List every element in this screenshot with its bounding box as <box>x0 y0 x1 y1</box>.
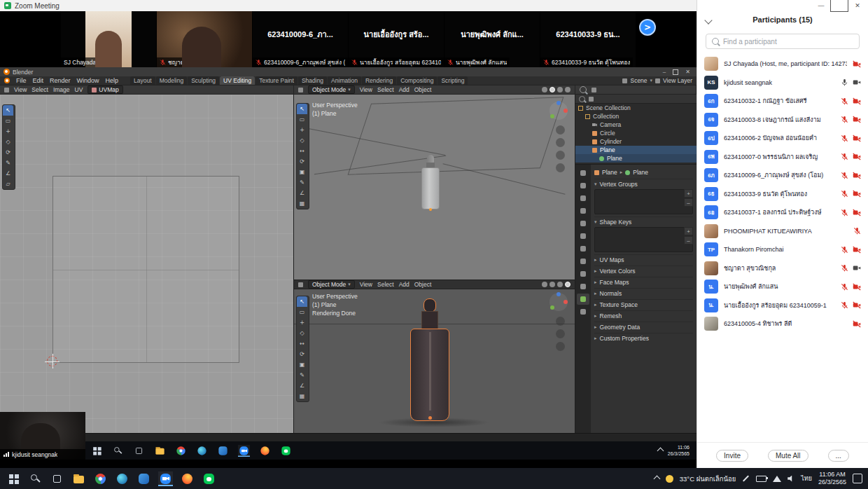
blender-close-button[interactable]: ✕ <box>685 69 690 75</box>
battery-icon[interactable] <box>756 476 766 482</box>
outliner-row[interactable]: Plane <box>575 154 696 163</box>
material-properties-tab[interactable] <box>577 306 589 317</box>
viewport-menu-item[interactable]: Select <box>377 86 394 93</box>
viewport-menu-item[interactable]: View <box>360 281 372 288</box>
participant-row[interactable]: ชญาดา สุขวณิชกุล <box>697 259 868 278</box>
blue-app-icon[interactable] <box>136 471 151 486</box>
render-properties-tab[interactable] <box>577 167 589 179</box>
add-item-button[interactable]: + <box>684 189 693 198</box>
properties-section[interactable]: ▸ Geometry Data + – <box>594 322 693 331</box>
blender-menu-item[interactable]: Render <box>50 77 71 84</box>
remove-item-button[interactable]: – <box>684 198 693 207</box>
viewport-menu-item[interactable]: Object <box>414 86 432 93</box>
uv-menu-item[interactable]: UV <box>75 86 83 93</box>
maximize-button[interactable] <box>830 0 848 11</box>
uv-menu-item[interactable]: View <box>14 86 27 93</box>
material-shading-button[interactable] <box>557 282 563 287</box>
scene-selector[interactable]: Scene <box>630 77 647 84</box>
properties-section[interactable]: ▾ Vertex Groups + – <box>594 179 693 214</box>
participant-row[interactable]: 6ป 623410006-2 ปัญจพล อ่อนน้อยคำ <box>697 129 868 148</box>
workspace-tab[interactable]: Modeling <box>156 76 188 85</box>
network-icon[interactable] <box>773 476 781 482</box>
blender-minimize-button[interactable]: – <box>663 69 666 75</box>
viewport-tool-button[interactable]: + <box>297 125 307 135</box>
close-button[interactable]: ✕ <box>848 0 867 11</box>
file-explorer-icon[interactable] <box>154 444 166 456</box>
viewport-tool-button[interactable]: ∠ <box>297 380 307 391</box>
pen-icon[interactable] <box>743 475 749 481</box>
firefox-icon[interactable] <box>180 471 195 486</box>
notification-center-icon[interactable] <box>853 474 862 483</box>
viewport-tool-button[interactable]: ▦ <box>297 198 307 209</box>
mode-selector[interactable]: Object Mode▾ <box>308 280 355 289</box>
view-layer-properties-tab[interactable] <box>577 193 589 204</box>
wireframe-shading-button[interactable] <box>542 87 547 92</box>
viewport-menu-item[interactable]: Add <box>399 281 410 288</box>
editor-type-icon[interactable] <box>4 88 9 92</box>
video-tile[interactable]: 623410033-9 ธน... 623410033-9 ธนวัต ตุ้โ… <box>540 11 636 67</box>
video-tile[interactable]: 623410009-6_ภา... 623410009-6_ภาณุพงษ์ ส… <box>253 11 349 67</box>
search-icon[interactable] <box>579 96 585 102</box>
section-caret-icon[interactable]: ▸ <box>594 313 597 319</box>
outliner-row[interactable]: Scene Collection <box>575 104 696 112</box>
solid-shading-button[interactable] <box>550 282 555 287</box>
properties-section[interactable]: ▸ Face Maps + – <box>594 277 693 287</box>
uv-editor-viewport[interactable]: ↖▭+◇⟳✎∠▱ <box>0 95 294 433</box>
blender-menu-item[interactable]: File <box>16 77 27 84</box>
viewport-tool-button[interactable]: ↔ <box>297 338 307 349</box>
rendered-shading-button[interactable] <box>565 87 570 92</box>
editor-type-icon[interactable] <box>298 88 303 92</box>
blender-menu-item[interactable]: Window <box>77 77 99 84</box>
pan-view-icon[interactable] <box>556 329 565 338</box>
viewport-3d-bottom[interactable]: Object Mode▾ ViewSelectAddObject ↖▭+◇↔⟳▣… <box>294 280 575 433</box>
workspace-tab[interactable]: Layout <box>130 76 155 85</box>
blender-menu-item[interactable]: Edit <box>33 77 44 84</box>
workspace-tab[interactable]: Animation <box>328 76 361 85</box>
uv-tool-button[interactable]: ▭ <box>3 116 13 126</box>
participant-row[interactable]: 6จ 623410003-8 เจษฎากรณ์ แสงสีงาม <box>697 111 868 130</box>
volume-icon[interactable] <box>788 476 794 482</box>
properties-section[interactable]: ▸ Texture Space + – <box>594 299 693 309</box>
uv-tool-button[interactable]: ✎ <box>3 158 13 168</box>
participant-row[interactable]: 6อ 623410037-1 อลงกรณ์ ประดิษฐ์วงษ์ <box>697 203 868 222</box>
viewport-tool-button[interactable]: ▣ <box>297 359 307 370</box>
uv-image-selector[interactable]: UVMap <box>88 85 122 94</box>
section-caret-icon[interactable]: ▸ <box>594 280 597 285</box>
start-button[interactable] <box>6 471 21 486</box>
pan-view-icon[interactable] <box>556 138 565 147</box>
zoom-view-icon[interactable] <box>556 317 565 326</box>
viewport-tool-button[interactable]: ⟳ <box>297 156 307 167</box>
viewport-tool-button[interactable]: ◇ <box>297 328 307 338</box>
outliner-row[interactable]: Plane <box>575 146 696 154</box>
participant-row[interactable]: น. นายเอื้ออังกูร สร้อยอุดม 623410059-1 <box>697 296 868 315</box>
view-layer-selector[interactable]: View Layer <box>663 77 692 84</box>
viewport-menu-item[interactable]: Select <box>377 281 394 288</box>
section-caret-icon[interactable]: ▸ <box>594 324 597 330</box>
world-properties-tab[interactable] <box>577 218 589 229</box>
navigation-gizmo[interactable] <box>550 102 568 120</box>
task-view-button[interactable] <box>133 444 145 456</box>
solid-shading-button[interactable] <box>550 87 555 92</box>
viewport-menu-item[interactable]: View <box>360 86 372 93</box>
dropper-bottle-rendered[interactable] <box>407 298 454 425</box>
section-caret-icon[interactable]: ▸ <box>594 336 597 341</box>
uv-tool-button[interactable]: ◇ <box>3 137 13 147</box>
dropper-bottle-model[interactable] <box>420 155 441 215</box>
outliner-row[interactable]: Camera <box>575 120 696 129</box>
viewport-tool-button[interactable]: ✎ <box>297 177 307 188</box>
outliner-row[interactable]: Collection <box>575 112 696 120</box>
self-video-overlay[interactable]: kjidusit seangnak <box>0 412 85 460</box>
participant-row[interactable]: 6ก 623410032-1 กณัฎฐา ข้อเสศรี <box>697 92 868 111</box>
firefox-icon[interactable] <box>259 444 271 456</box>
workspace-tab[interactable]: Sculpting <box>188 76 219 85</box>
start-button[interactable] <box>91 444 103 456</box>
taskbar-search-button[interactable] <box>112 444 124 456</box>
workspace-tab[interactable]: Shading <box>298 76 327 85</box>
mute-all-button[interactable]: Mute All <box>768 450 808 462</box>
participant-row[interactable]: TP Thanakorn Piromchai <box>697 240 868 259</box>
section-list-box[interactable]: + – <box>594 227 693 252</box>
section-caret-icon[interactable]: ▾ <box>594 181 597 187</box>
viewport-tool-button[interactable]: ▭ <box>297 307 307 317</box>
taskbar-search-button[interactable] <box>28 471 43 486</box>
output-properties-tab[interactable] <box>577 180 589 191</box>
